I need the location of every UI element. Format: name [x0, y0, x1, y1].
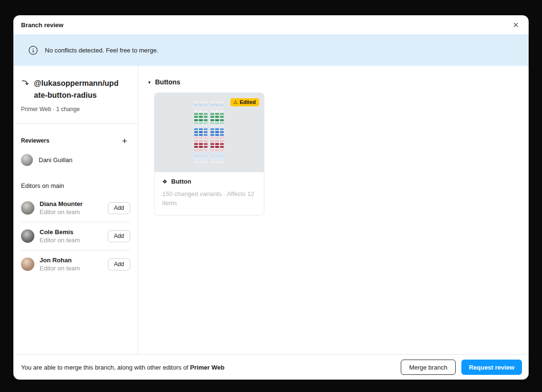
main-content: ▾ Buttons △ Edited ❖ Button 150 chang — [138, 66, 529, 354]
variant-chip — [199, 122, 203, 124]
variant-chip — [199, 152, 203, 154]
variant-chip — [220, 128, 224, 130]
variant-chip — [194, 113, 198, 115]
card-description: 150 changed variants · Affects 12 items — [162, 189, 256, 207]
variant-chip — [194, 122, 198, 124]
variant-chip — [210, 104, 214, 106]
add-editor-button-diana[interactable]: Add — [108, 202, 130, 214]
variant-chip — [204, 107, 208, 109]
variant-chip — [215, 155, 219, 157]
reviewer-row: Dani Guillan — [13, 154, 138, 166]
variant-chip — [210, 158, 214, 160]
variant-chip — [194, 146, 198, 148]
variant-chip — [204, 104, 208, 106]
sidebar: @lukasoppermann/update-button-radius Pri… — [13, 66, 138, 354]
avatar-cole-bemis — [21, 229, 34, 243]
branch-icon — [21, 79, 29, 87]
variant-chip — [215, 116, 219, 118]
variant-chip — [215, 128, 219, 130]
variant-chip — [199, 149, 203, 151]
merge-branch-button[interactable]: Merge branch — [401, 360, 455, 375]
variant-chip — [204, 119, 208, 121]
variant-chip — [210, 152, 214, 154]
reviewers-header: Reviewers + — [13, 135, 138, 146]
info-icon — [29, 46, 38, 55]
add-editor-button-cole[interactable]: Add — [108, 230, 130, 242]
variant-chip — [215, 101, 219, 103]
branch-meta: Primer Web · 1 change — [21, 106, 130, 113]
variant-chip — [220, 113, 224, 115]
variant-chip — [199, 101, 203, 103]
variant-chip — [220, 110, 224, 112]
variant-chip — [204, 128, 208, 130]
editor-row-jon: Jon Rohan Editor on team Add — [13, 250, 138, 278]
variant-chip — [220, 104, 224, 106]
variant-chip — [220, 116, 224, 118]
variant-chip — [215, 149, 219, 151]
variant-chip — [199, 131, 203, 133]
variant-chip — [215, 134, 219, 136]
branch-review-dialog: Branch review × No conflicts detected. F… — [13, 15, 529, 380]
variant-chip — [204, 140, 208, 142]
variant-chip — [220, 119, 224, 121]
edited-badge: △ Edited — [230, 98, 259, 106]
variant-chip — [210, 149, 214, 151]
edited-badge-label: Edited — [240, 99, 256, 105]
variant-chip — [220, 152, 224, 154]
variant-chip — [210, 110, 214, 112]
add-editor-button-jon[interactable]: Add — [108, 258, 130, 270]
variants-grid — [194, 101, 225, 164]
avatar-diana-mounter — [21, 201, 34, 215]
variant-chip — [220, 101, 224, 103]
variant-chip — [210, 155, 214, 157]
avatar-jon-rohan — [21, 258, 34, 271]
add-reviewer-button[interactable]: + — [119, 135, 130, 146]
branch-info: @lukasoppermann/update-button-radius Pri… — [13, 66, 138, 123]
variant-chip — [215, 122, 219, 124]
variant-chip — [215, 143, 219, 145]
variant-chip — [204, 152, 208, 154]
variant-chip — [215, 161, 219, 163]
variant-chip — [210, 101, 214, 103]
variant-chip — [220, 158, 224, 160]
variant-chip — [194, 137, 198, 139]
variant-chip — [199, 104, 203, 106]
variant-chip — [220, 134, 224, 136]
variant-chip — [210, 146, 214, 148]
variant-chip — [199, 161, 203, 163]
warning-triangle-icon: △ — [234, 100, 238, 104]
variant-chip — [204, 125, 208, 127]
buttons-section-header[interactable]: ▾ Buttons — [147, 78, 517, 86]
variant-chip — [199, 110, 203, 112]
request-review-button[interactable]: Request review — [461, 360, 522, 375]
variant-chip — [215, 137, 219, 139]
variant-chip — [199, 128, 203, 130]
card-thumbnail: △ Edited — [155, 93, 264, 172]
footer-message: You are able to merge this branch, along… — [21, 364, 224, 371]
info-banner: No conflicts detected. Feel free to merg… — [13, 34, 529, 66]
variant-chip — [204, 143, 208, 145]
variant-chip — [204, 134, 208, 136]
variant-chip — [194, 128, 198, 130]
card-body: ❖ Button 150 changed variants · Affects … — [155, 172, 264, 215]
dialog-title: Branch review — [21, 21, 63, 29]
variant-chip — [194, 149, 198, 151]
disclosure-triangle-icon: ▾ — [147, 80, 152, 85]
variant-chip — [194, 104, 198, 106]
variant-chip — [194, 110, 198, 112]
variant-chip — [220, 149, 224, 151]
variant-chip — [194, 158, 198, 160]
component-icon: ❖ — [162, 179, 167, 185]
variant-chip — [215, 125, 219, 127]
variant-chip — [204, 131, 208, 133]
variant-chip — [215, 158, 219, 160]
variant-chip — [210, 161, 214, 163]
variant-chip — [210, 119, 214, 121]
variant-chip — [210, 128, 214, 130]
variant-chip — [194, 134, 198, 136]
variant-chip — [215, 131, 219, 133]
component-change-card[interactable]: △ Edited ❖ Button 150 changed variants ·… — [154, 93, 264, 216]
close-icon[interactable]: × — [510, 19, 522, 31]
variant-chip — [194, 116, 198, 118]
variant-chip — [199, 134, 203, 136]
